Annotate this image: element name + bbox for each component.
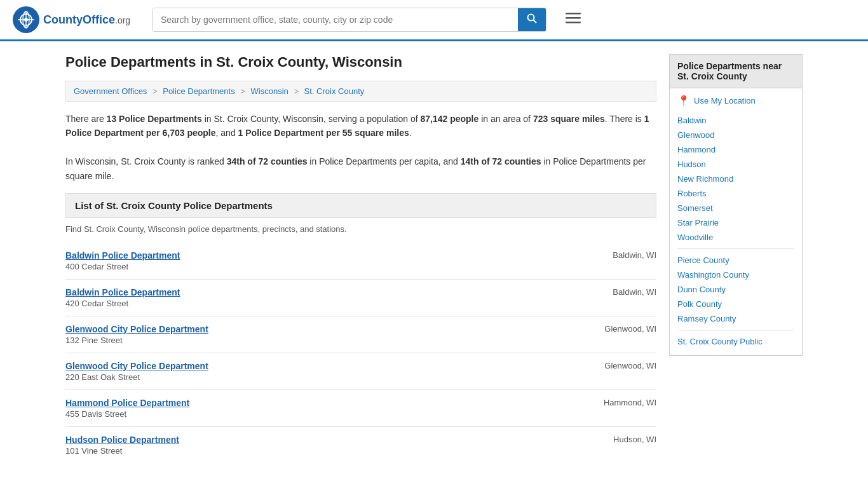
description: There are 13 Police Departments in St. C…: [65, 112, 656, 183]
dept-address: 420 Cedar Street: [65, 299, 567, 308]
svg-line-7: [534, 20, 537, 24]
dept-location: Hudson, WI: [567, 435, 656, 444]
table-row: Baldwin Police Department 400 Cedar Stre…: [65, 243, 656, 280]
breadcrumb-link-police[interactable]: Police Departments: [163, 86, 234, 96]
department-list: Baldwin Police Department 400 Cedar Stre…: [65, 243, 656, 463]
sidebar-city-link[interactable]: Roberts: [677, 186, 794, 201]
main-container: Police Departments in St. Croix County, …: [53, 41, 815, 476]
search-input[interactable]: [153, 8, 518, 31]
rank-sqmile: 14th of 72 counties: [461, 156, 541, 166]
breadcrumb-sep-2: >: [240, 86, 245, 96]
sidebar-county-link[interactable]: Pierce County: [677, 253, 794, 268]
dept-name[interactable]: Hammond Police Department: [65, 398, 567, 408]
sidebar-city-link[interactable]: New Richmond: [677, 172, 794, 186]
rank-capita: 34th of 72 counties: [227, 156, 308, 166]
table-row: Hudson Police Department 101 Vine Street…: [65, 427, 656, 463]
search-bar: [153, 8, 546, 32]
dept-name[interactable]: Baldwin Police Department: [65, 287, 567, 297]
dept-info: Glenwood City Police Department 132 Pine…: [65, 324, 567, 345]
dept-name[interactable]: Hudson Police Department: [65, 435, 567, 445]
dept-address: 220 East Oak Street: [65, 372, 567, 382]
sidebar-city-link[interactable]: Woodville: [677, 230, 794, 245]
sidebar-more-link[interactable]: St. Croix County Public: [677, 334, 794, 349]
dept-location: Baldwin, WI: [567, 287, 656, 297]
dept-address: 455 Davis Street: [65, 409, 567, 419]
breadcrumb: Government Offices > Police Departments …: [65, 81, 656, 102]
sidebar-county-link[interactable]: Washington County: [677, 268, 794, 282]
section-desc: Find St. Croix County, Wisconsin police …: [65, 224, 656, 234]
sidebar-city-link[interactable]: Star Prairie: [677, 215, 794, 230]
breadcrumb-sep-3: >: [294, 86, 299, 96]
dept-name[interactable]: Glenwood City Police Department: [65, 361, 567, 371]
sidebar-county-link[interactable]: Dunn County: [677, 282, 794, 297]
breadcrumb-sep-1: >: [153, 86, 158, 96]
sidebar-cities: BaldwinGlenwoodHammondHudsonNew Richmond…: [677, 113, 794, 245]
table-row: Glenwood City Police Department 132 Pine…: [65, 316, 656, 353]
dept-location: Glenwood, WI: [567, 361, 656, 370]
dept-location: Hammond, WI: [567, 398, 656, 407]
location-pin-icon: 📍: [677, 95, 690, 107]
dept-location: Glenwood, WI: [567, 324, 656, 334]
sidebar-city-link[interactable]: Hammond: [677, 142, 794, 157]
svg-point-5: [24, 18, 28, 22]
sidebar-city-link[interactable]: Hudson: [677, 157, 794, 172]
population: 87,142 people: [420, 114, 478, 124]
dept-address: 400 Cedar Street: [65, 262, 567, 271]
svg-rect-8: [566, 13, 581, 15]
logo: CountyOffice.org: [13, 6, 140, 33]
per-sq-mile: 1 Police Department per 55 square miles: [238, 128, 409, 138]
svg-rect-9: [566, 17, 581, 19]
breadcrumb-link-gov[interactable]: Government Offices: [74, 86, 147, 96]
sidebar: Police Departments near St. Croix County…: [669, 54, 803, 463]
svg-rect-10: [566, 22, 581, 24]
dept-address: 132 Pine Street: [65, 336, 567, 345]
dept-info: Glenwood City Police Department 220 East…: [65, 361, 567, 382]
dept-name[interactable]: Baldwin Police Department: [65, 250, 567, 261]
sidebar-section: 📍 Use My Location BaldwinGlenwoodHammond…: [669, 88, 803, 356]
table-row: Baldwin Police Department 420 Cedar Stre…: [65, 280, 656, 316]
dept-info: Hammond Police Department 455 Davis Stre…: [65, 398, 567, 419]
sidebar-county-link[interactable]: Ramsey County: [677, 311, 794, 326]
breadcrumb-link-county[interactable]: St. Croix County: [304, 86, 365, 96]
use-my-location-button[interactable]: 📍 Use My Location: [677, 95, 756, 107]
dept-address: 101 Vine Street: [65, 446, 567, 456]
dept-count: 13 Police Departments: [107, 114, 202, 124]
dept-info: Baldwin Police Department 400 Cedar Stre…: [65, 250, 567, 271]
sidebar-divider-2: [677, 330, 794, 330]
use-my-location-label: Use My Location: [694, 96, 756, 105]
header: CountyOffice.org: [0, 0, 868, 41]
section-header: List of St. Croix County Police Departme…: [65, 193, 656, 218]
svg-point-6: [528, 15, 534, 21]
area: 723 square miles: [533, 114, 605, 124]
page-title: Police Departments in St. Croix County, …: [65, 54, 656, 71]
logo-icon: [13, 6, 39, 33]
breadcrumb-link-wi[interactable]: Wisconsin: [251, 86, 288, 96]
dept-name[interactable]: Glenwood City Police Department: [65, 324, 567, 334]
sidebar-city-link[interactable]: Glenwood: [677, 128, 794, 142]
menu-button[interactable]: [566, 11, 581, 28]
dept-info: Hudson Police Department 101 Vine Street: [65, 435, 567, 456]
dept-info: Baldwin Police Department 420 Cedar Stre…: [65, 287, 567, 308]
sidebar-city-link[interactable]: Somerset: [677, 201, 794, 215]
dept-location: Baldwin, WI: [567, 250, 656, 260]
sidebar-city-link[interactable]: Baldwin: [677, 113, 794, 128]
table-row: Hammond Police Department 455 Davis Stre…: [65, 390, 656, 427]
sidebar-county-link[interactable]: Polk County: [677, 297, 794, 311]
content: Police Departments in St. Croix County, …: [65, 54, 656, 463]
search-button[interactable]: [518, 8, 546, 31]
sidebar-counties: Pierce CountyWashington CountyDunn Count…: [677, 253, 794, 326]
table-row: Glenwood City Police Department 220 East…: [65, 353, 656, 390]
logo-text: CountyOffice.org: [43, 13, 130, 27]
sidebar-divider: [677, 248, 794, 249]
sidebar-title: Police Departments near St. Croix County: [669, 54, 803, 88]
